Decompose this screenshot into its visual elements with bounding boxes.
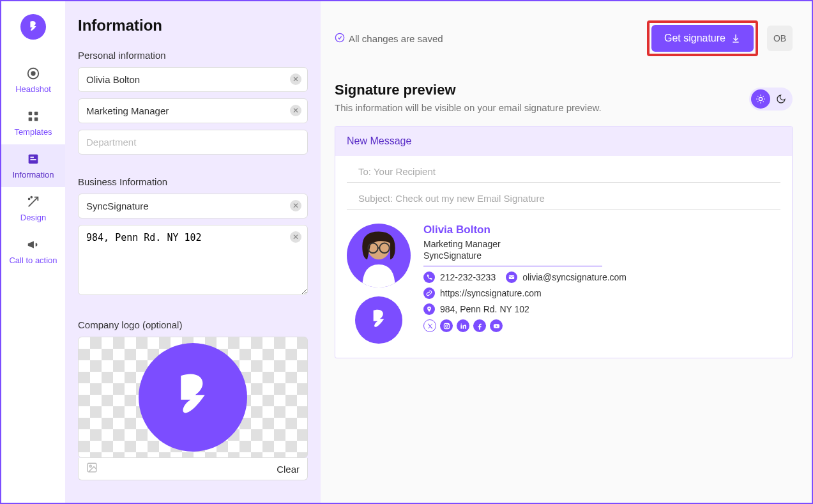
megaphone-icon [26,238,40,252]
email-preview-card: New Message To: Your Recipient Subject: … [335,126,793,358]
location-icon [423,303,435,315]
department-input[interactable] [78,130,308,155]
address-input[interactable]: 984, Penn Rd. NY 102 [78,225,308,295]
personal-section-label: Personal information [78,50,308,61]
clear-logo-button[interactable]: Clear [277,464,300,475]
svg-rect-7 [30,157,34,158]
get-signature-highlight: Get signature [647,20,758,56]
svg-point-12 [89,465,91,467]
clear-icon[interactable]: ✕ [290,200,301,211]
svg-rect-5 [34,118,38,121]
signature-phone: 212-232-3233 [440,272,496,282]
svg-rect-4 [29,118,33,121]
page-title: Information [78,17,308,34]
check-icon [335,33,345,45]
job-input[interactable] [78,98,308,123]
signature-company: SyncSignature [423,250,780,261]
signature-address: 984, Penn Rd. NY 102 [440,304,529,314]
clear-icon[interactable]: ✕ [290,105,301,116]
sidebar-label: Design [20,213,46,222]
email-header: New Message [335,126,792,156]
signature-body: Olivia Bolton Marketing Manager SyncSign… [335,210,792,358]
signature-website: https://syncsignature.com [440,288,542,298]
sidebar-label: Headshot [15,84,51,94]
svg-point-25 [460,323,462,325]
instagram-icon[interactable] [440,319,453,332]
preview-panel: All changes are saved Get signature OB S… [321,1,812,503]
sidebar-label: Templates [14,127,52,137]
svg-rect-3 [34,112,38,116]
svg-point-23 [448,324,448,325]
youtube-icon[interactable] [490,319,503,332]
social-icons-row [423,319,780,332]
link-icon [423,287,435,299]
company-logo-upload[interactable] [78,337,308,458]
moon-icon [776,94,786,104]
svg-point-13 [335,33,344,42]
name-input[interactable] [78,67,308,92]
signature-name: Olivia Bolton [423,224,780,236]
sidebar-item-templates[interactable]: Templates [1,102,65,144]
app-logo [20,14,46,40]
svg-point-20 [429,308,430,309]
email-to-line: To: Your Recipient [347,161,780,183]
sidebar-item-cta[interactable]: Call to action [1,230,65,273]
email-subject-line: Subject: Check out my new Email Signatur… [347,188,780,210]
sun-icon [756,94,766,104]
form-panel: Information Personal information ✕ ✕ Bus… [65,1,321,503]
light-mode-button[interactable] [751,89,770,109]
image-icon [86,462,98,476]
sidebar: Headshot Templates Information Design Ca… [1,1,65,503]
clear-icon[interactable]: ✕ [290,73,301,85]
templates-icon [26,109,40,123]
svg-point-22 [445,325,448,327]
x-twitter-icon[interactable] [423,319,436,332]
signature-company-logo [355,296,402,344]
preview-subtitle: This information will be visible on your… [335,102,793,113]
email-icon [506,271,517,283]
saved-status: All changes are saved [335,33,443,45]
headshot-icon [26,66,40,80]
download-icon [731,33,741,43]
clear-icon[interactable]: ✕ [290,231,301,243]
signature-headshot [347,224,411,287]
svg-point-10 [31,197,32,198]
svg-rect-2 [29,112,33,116]
svg-point-9 [29,199,30,200]
dark-mode-button[interactable] [771,89,791,109]
logo-section-label: Company logo (optional) [78,319,308,330]
phone-icon [423,271,435,283]
business-section-label: Business Information [78,176,308,187]
sidebar-item-headshot[interactable]: Headshot [1,59,65,102]
sidebar-item-design[interactable]: Design [1,187,65,230]
information-icon [26,152,40,166]
svg-point-14 [759,97,762,100]
linkedin-icon[interactable] [457,319,469,332]
theme-toggle [749,88,793,111]
svg-point-1 [31,72,35,75]
signature-email: olivia@syncsignature.com [522,272,627,282]
signature-divider [423,266,602,266]
sidebar-label: Information [12,170,54,179]
preview-title: Signature preview [335,82,793,98]
user-avatar[interactable]: OB [767,26,793,51]
svg-rect-8 [30,159,36,160]
facebook-icon[interactable] [473,319,486,332]
get-signature-button[interactable]: Get signature [651,25,754,52]
svg-rect-24 [460,325,462,329]
sidebar-item-information[interactable]: Information [1,144,65,187]
company-logo-preview [139,343,247,452]
signature-job: Marketing Manager [423,239,780,249]
sidebar-label: Call to action [9,256,57,265]
company-input[interactable] [78,194,308,218]
design-icon [26,195,40,209]
